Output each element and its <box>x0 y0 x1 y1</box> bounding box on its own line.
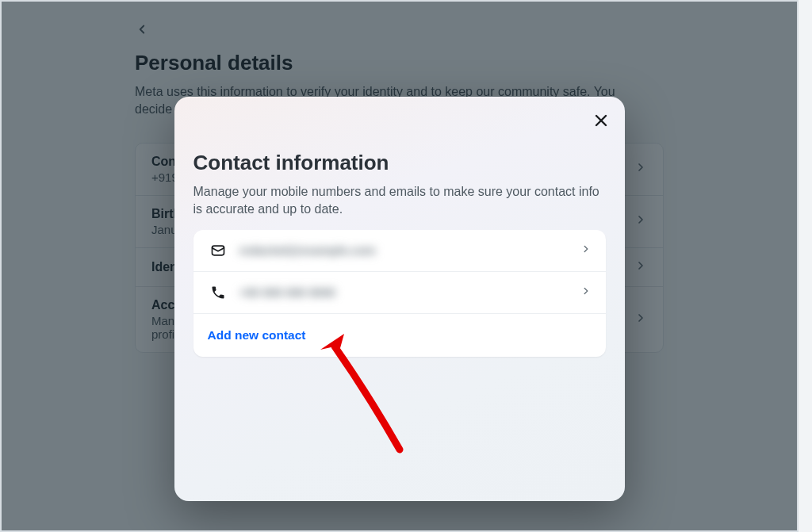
contacts-card: redacted@example.com +00 000 000 0000 A <box>193 230 606 357</box>
chevron-right-icon <box>580 285 592 300</box>
email-icon <box>208 243 228 258</box>
chevron-right-icon <box>580 243 592 258</box>
modal-description: Manage your mobile numbers and emails to… <box>193 183 606 219</box>
contact-info-modal: Contact information Manage your mobile n… <box>174 97 625 501</box>
modal-title: Contact information <box>193 151 606 175</box>
add-new-contact-button[interactable]: Add new contact <box>193 314 606 357</box>
close-icon[interactable] <box>592 111 611 133</box>
contact-row-phone[interactable]: +00 000 000 0000 <box>193 272 606 314</box>
phone-icon <box>208 285 228 300</box>
contact-row-email[interactable]: redacted@example.com <box>193 230 606 272</box>
add-new-contact-label: Add new contact <box>208 328 306 342</box>
contact-email-value: redacted@example.com <box>239 243 580 257</box>
modal-overlay[interactable]: Contact information Manage your mobile n… <box>2 2 797 530</box>
contact-phone-value: +00 000 000 0000 <box>239 285 580 299</box>
